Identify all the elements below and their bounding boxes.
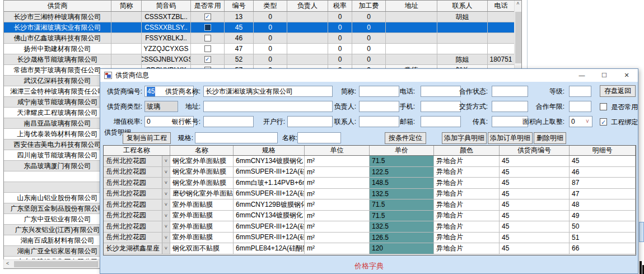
dialog-titlebar[interactable]: 供货商信息 — ☐ ✕ — [100, 69, 638, 82]
column-header[interactable]: 是否常用 — [191, 1, 225, 11]
rounding-combo[interactable]: 0 ˅ — [569, 116, 592, 127]
detail-column-header[interactable]: 供货商编号 — [500, 146, 570, 155]
table-cell — [437, 33, 488, 43]
detail-column-header[interactable]: 名称 — [170, 146, 234, 155]
chevron-down-icon[interactable]: ˅ — [162, 233, 170, 243]
detail-row[interactable]: 岳州北控花园˅室外单面贴膜6mmCNY134镀膜钢化m²71.5异地合片4549 — [104, 211, 636, 222]
common-checkbox[interactable] — [600, 103, 607, 110]
grade-label: 等级: — [506, 86, 564, 97]
detail-column-header[interactable]: 明细号 — [570, 146, 636, 155]
detail-cell: 45 — [500, 156, 570, 166]
address-field[interactable] — [203, 101, 333, 112]
dialog-title: 供货商信息 — [115, 71, 149, 80]
minimize-button[interactable]: — — [571, 69, 593, 82]
column-header[interactable]: 税率 — [328, 1, 352, 11]
table-row[interactable]: 长沙晟格节能玻璃有限公司CSSGJNBLYXGS✓52000陈姐180751 — [4, 54, 521, 65]
detail-row[interactable]: 岳州北控花园˅室外单面贴膜6mmCNY129B镀膜钢化m²71.5异地合片454… — [104, 199, 636, 211]
common-checkbox[interactable]: ✓ — [204, 56, 211, 63]
chevron-down-icon[interactable]: ˅ — [162, 178, 170, 188]
chevron-down-icon[interactable]: ˅ — [162, 221, 170, 232]
chevron-down-icon[interactable]: ˅ — [162, 167, 170, 178]
common-checkbox[interactable]: ✓ — [204, 13, 211, 20]
detail-row[interactable]: 岳州北控花园˅钢化室外单面贴膜6mmSUPER-III+12A(硅...m²12… — [104, 167, 636, 178]
detail-row[interactable]: 岳州北控花园˅钢化室外单面贴膜6mmCNY134镀膜钢化m²71.5异地合片45… — [104, 156, 636, 167]
coop-years-field[interactable] — [569, 101, 591, 112]
project-bind-checkbox[interactable]: ✓ — [600, 118, 607, 126]
table-row[interactable]: 扬州中勤建材有限公司YZZQJCYXGS47000 — [4, 44, 521, 54]
add-order-detail-button[interactable]: 添加订单明细 — [488, 132, 533, 144]
table-cell — [191, 22, 225, 32]
table-cell: 广东兴发铝业(江西)有限公司 — [4, 225, 111, 235]
project-combo[interactable]: 岳州北控花园˅ — [104, 189, 170, 199]
detail-row[interactable]: 岳州北控花园˅室外单面贴膜6mmSUPER-III+12A(硅...m²126.… — [104, 233, 636, 244]
add-dict-detail-button[interactable]: 添加字典明细 — [442, 132, 487, 144]
detail-row[interactable]: 岳州北控花园˅磨砂钢化室外单面贴膜6mmSUPER-III+12A(硅...m²… — [104, 189, 636, 200]
column-header[interactable]: 类型 — [254, 1, 287, 11]
detail-column-header[interactable]: 颜色 — [434, 146, 500, 155]
column-header[interactable]: 简称 — [111, 1, 142, 11]
detail-column-header[interactable]: 单价 — [370, 146, 434, 155]
column-header[interactable]: 供货商 — [4, 1, 111, 11]
supplier-name-field[interactable] — [203, 86, 333, 97]
table-cell: 0 — [254, 12, 287, 22]
maximize-button[interactable]: ☐ — [593, 69, 615, 82]
close-button[interactable]: ✕ — [615, 69, 638, 82]
column-header[interactable]: 联系人 — [437, 1, 488, 11]
scroll-left-icon[interactable]: ˂ — [6, 261, 9, 266]
project-combo[interactable]: 岳州北控花园˅ — [104, 233, 170, 243]
table-cell — [386, 44, 437, 54]
project-combo[interactable]: 岳州北控花园˅ — [104, 211, 170, 221]
grade-field[interactable] — [569, 86, 591, 97]
project-combo[interactable]: 岳州北控花园˅ — [104, 178, 170, 188]
detail-row[interactable]: 岳州北控花园˅钢化室外单面贴膜6mm白玻+1.14PVB+6mm...m²148… — [104, 178, 636, 189]
table-row[interactable]: 长沙市潇湘玻璃实业有限公司CSSXXBLSY..45000 — [4, 22, 521, 33]
spec-filter-input[interactable] — [195, 132, 278, 143]
detail-cell: 6mmCNY129B镀膜钢化 — [234, 199, 305, 210]
table-cell: 0 — [328, 54, 352, 64]
column-header[interactable]: 地址 — [386, 1, 437, 11]
common-checkbox[interactable] — [204, 45, 211, 52]
table-row[interactable]: 长沙市三湘特种玻璃有限公司CSSSXTZBL..✓13000胡姐 — [4, 12, 521, 22]
column-header[interactable]: 加工费 — [352, 1, 386, 11]
project-combo[interactable]: 岳州北控花园˅ — [104, 167, 170, 178]
detail-column-header[interactable]: 规格 — [234, 146, 305, 155]
scroll-up-icon[interactable]: ˄ — [516, 1, 519, 6]
chevron-down-icon[interactable]: ˅ — [162, 199, 170, 210]
bank-account-field[interactable] — [203, 116, 254, 127]
delete-detail-button[interactable]: 删除明细 — [534, 132, 566, 144]
locate-button[interactable]: 按条件定位 — [385, 132, 426, 144]
detail-cell: 6mmCNY134镀膜钢化 — [234, 211, 305, 221]
rounding-label: 面积向上取整: — [506, 116, 564, 127]
column-header[interactable]: 负责人 — [287, 1, 328, 11]
detail-column-header[interactable]: 单位 — [305, 146, 370, 155]
save-return-button[interactable]: 存盘返回 — [600, 85, 636, 97]
chevron-down-icon[interactable]: ˅ — [162, 243, 170, 254]
table-cell — [111, 54, 142, 64]
vertical-scrollbar-thumb[interactable] — [515, 12, 521, 63]
table-cell: CSSSXTZBL.. — [142, 12, 191, 22]
name-filter-input[interactable] — [297, 132, 341, 143]
project-combo[interactable]: 长沙龙湖祺鑫星座˅ — [104, 243, 170, 254]
column-header[interactable]: 简音码 — [142, 1, 191, 11]
project-combo[interactable]: 岳州北控花园˅ — [104, 221, 170, 232]
table-cell — [287, 54, 328, 64]
detail-column-header[interactable]: 工程名称 — [104, 146, 170, 155]
copy-project-button[interactable]: 复制当前工程 — [123, 132, 171, 144]
chevron-down-icon[interactable]: ˅ — [162, 156, 170, 166]
horizontal-scrollbar-thumb[interactable] — [14, 261, 98, 267]
column-header[interactable]: 编号 — [225, 1, 254, 11]
detail-cell: 异地合片 — [434, 233, 500, 243]
common-checkbox[interactable] — [204, 35, 211, 41]
detail-row[interactable]: 长沙龙湖祺鑫星座˅钢化双面不贴膜6mmPLE84+12A(硅酮胶...m²120… — [104, 243, 636, 254]
project-combo[interactable]: 岳州北控花园˅ — [104, 199, 170, 210]
table-cell: 长沙市潇湘玻璃实业有限公司 — [4, 22, 111, 32]
project-combo[interactable]: 岳州北控花园˅ — [104, 156, 170, 166]
common-checkbox[interactable] — [204, 24, 211, 31]
detail-cell: 71.5 — [370, 211, 434, 221]
detail-row[interactable]: 岳州北控花园˅室外单面贴膜6mmSUPER-III+12A(硅...m²132.… — [104, 221, 636, 233]
column-header[interactable]: 电话 — [488, 1, 515, 11]
chevron-down-icon[interactable]: ˅ — [584, 117, 591, 126]
table-row[interactable]: 佛山市亿鑫玻璃科技有限公司FSSYXBLKJ..46000 — [4, 33, 521, 44]
chevron-down-icon[interactable]: ˅ — [162, 211, 170, 221]
chevron-down-icon[interactable]: ˅ — [162, 189, 170, 199]
